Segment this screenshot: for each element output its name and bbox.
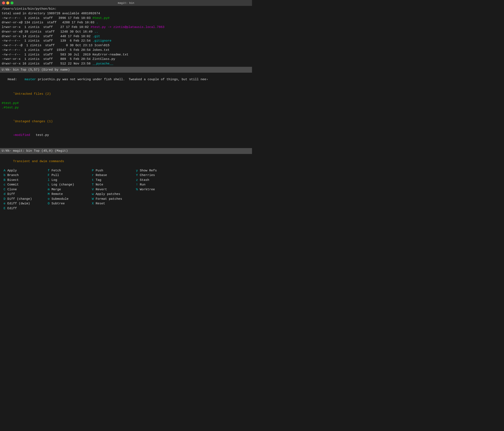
file-row[interactable]: -rw-r--r--@ 1 zintis staff 0 30 Oct 23:1… xyxy=(2,43,250,48)
help-item-X[interactable]: X Reset xyxy=(90,202,134,206)
magit-pane[interactable]: ˜Untracked files (2) #test.py# .#test.py… xyxy=(0,86,252,148)
spacer1 xyxy=(2,110,250,115)
head-branch: master xyxy=(25,78,36,81)
path-line: /Users/zintis/bin/python/bin: xyxy=(2,7,250,11)
head-label: Head: xyxy=(8,78,25,81)
dired-status-bar: U:%%- bin Top (5,57) (Dired by name) xyxy=(0,67,252,73)
help-item-P[interactable]: P Push xyxy=(90,168,134,173)
help-item-t[interactable]: t Tag xyxy=(90,178,134,183)
help-item-y[interactable]: y Show Refs xyxy=(134,168,178,173)
window-title: magit: bin xyxy=(118,1,134,5)
help-item-o[interactable]: o Submodule xyxy=(46,197,90,202)
help-item-e[interactable]: e Ediff (dwim) xyxy=(2,202,46,206)
file-row[interactable]: -rw-r--r-- 1 zintis staff 3996 17 Feb 10… xyxy=(2,16,250,21)
help-item-M[interactable]: M Remote xyxy=(46,192,90,197)
file-row[interactable]: -rw-r--r-- 1 zintis staff 15547 5 Feb 20… xyxy=(2,48,250,53)
dired-pane: /Users/zintis/bin/python/bin: total used… xyxy=(0,6,252,67)
minimize-button[interactable] xyxy=(6,1,9,4)
untracked-file-1[interactable]: #test.py# xyxy=(2,101,250,106)
magit-status-bar: U:%%- magit: bin Top (45,0) (Magit) xyxy=(0,148,252,154)
help-item-C[interactable]: C Clone xyxy=(2,187,46,192)
help-item-worktree[interactable]: % Worktree xyxy=(134,187,178,192)
file-row[interactable]: drwxr-xr-x@ 134 zintis staff 4288 17 Feb… xyxy=(2,20,250,25)
summary-line: total used in directory 1989728 availabl… xyxy=(2,11,250,16)
file-row[interactable]: drwxr-xr-x@ 39 zintis staff 1248 30 Oct … xyxy=(2,30,250,34)
file-row[interactable]: -rw-r--r-- 1 zintis staff 583 30 Jul 201… xyxy=(2,53,250,57)
file-row[interactable]: drwxr-xr-x 14 zintis staff 448 17 Feb 10… xyxy=(2,34,250,39)
help-item-f[interactable]: f Fetch xyxy=(46,168,90,173)
untracked-header: ˜Untracked files (2) xyxy=(2,87,250,101)
help-item-V[interactable]: V Revert xyxy=(90,187,134,192)
transient-col-1: A Apply b Branch B Bisect c Commit C Clo… xyxy=(2,168,46,211)
help-item-z[interactable]: z Stash xyxy=(134,178,178,183)
unstaged-header: ˜Unstaged changes (1) xyxy=(2,115,250,128)
maximize-button[interactable] xyxy=(10,1,13,4)
help-item-w[interactable]: w Apply patches xyxy=(90,192,134,197)
help-item-T[interactable]: T Note xyxy=(90,183,134,187)
help-item-A[interactable]: A Apply xyxy=(2,168,46,173)
help-item-Y[interactable]: Y Cherries xyxy=(134,173,178,178)
help-item-c[interactable]: c Commit xyxy=(2,183,46,187)
help-item-W[interactable]: W Format patches xyxy=(90,197,134,202)
help-item-B[interactable]: B Bisect xyxy=(2,178,46,183)
transient-col-3: P Push r Rebase t Tag T Note V Revert w … xyxy=(90,168,134,211)
help-item-l[interactable]: l Log xyxy=(46,178,90,183)
help-item-run[interactable]: ! Run xyxy=(134,183,178,187)
unstaged-file[interactable]: ›modified test.py xyxy=(2,128,250,142)
help-item-F[interactable]: F Pull xyxy=(46,173,90,178)
window-controls xyxy=(2,1,13,4)
transient-col-4: y Show Refs Y Cherries z Stash ! Run % W… xyxy=(134,168,178,211)
file-row[interactable]: drwxr-xr-x 16 zintis staff 512 22 Nov 23… xyxy=(2,62,250,66)
help-item-D[interactable]: D Diff (change) xyxy=(2,197,46,202)
help-item-L[interactable]: L Log (change) xyxy=(46,183,90,187)
help-item-r[interactable]: r Rebase xyxy=(90,173,134,178)
file-row[interactable]: -rwxr-xr-x 1 zintis staff 809 5 Feb 20:5… xyxy=(2,57,250,62)
spacer2 xyxy=(2,142,250,147)
main-window: magit: bin /Users/zintis/bin/python/bin:… xyxy=(0,0,252,215)
file-list: -rw-r--r-- 1 zintis staff 3996 17 Feb 10… xyxy=(2,16,250,66)
transient-grid: A Apply b Branch B Bisect c Commit C Clo… xyxy=(2,168,250,211)
help-item-b[interactable]: b Branch xyxy=(2,173,46,178)
head-line: Head: master pricethis.py was not workin… xyxy=(0,73,252,86)
close-button[interactable] xyxy=(2,1,5,4)
transient-col-2: f Fetch F Pull l Log L Log (change) m Me… xyxy=(46,168,90,211)
help-item-O[interactable]: O Subtree xyxy=(46,202,90,206)
titlebar: magit: bin xyxy=(0,0,252,6)
untracked-file-2[interactable]: .#test.py xyxy=(2,106,250,110)
file-row[interactable]: -rw-r--r-- 1 zintis staff 139 6 Feb 22:5… xyxy=(2,39,250,43)
spacer4 xyxy=(2,212,250,215)
transient-header: Transient and dwim commands xyxy=(2,155,250,168)
recent-commits-header: ›Recent commits xyxy=(2,147,250,148)
help-pane: Transient and dwim commands A Apply b Br… xyxy=(0,154,252,215)
head-message: pricethis.py was not working under fish … xyxy=(36,78,208,81)
file-row[interactable]: lrwxr-xr-x 1 zintis staff 27 17 Feb 10:0… xyxy=(2,25,250,30)
help-item-d[interactable]: d Diff xyxy=(2,192,46,197)
help-item-E[interactable]: E Ediff xyxy=(2,206,46,211)
help-item-m[interactable]: m Merge xyxy=(46,187,90,192)
